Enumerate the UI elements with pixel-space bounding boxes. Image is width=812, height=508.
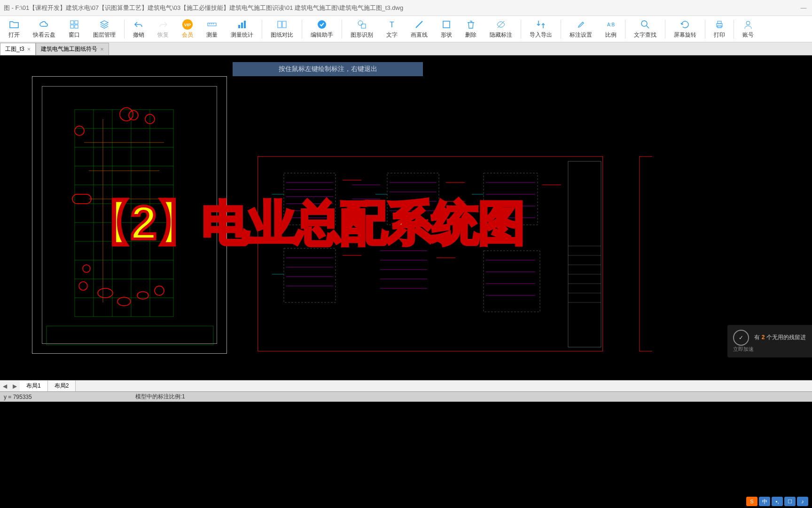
toolbar-label: 文字查找: [634, 31, 656, 39]
print-icon: [714, 19, 725, 30]
find-text-button[interactable]: 文字查找: [627, 16, 663, 42]
svg-rect-59: [47, 326, 213, 345]
tab-label: 建筑电气施工图纸符号: [41, 45, 97, 53]
svg-text:VIP: VIP: [184, 23, 191, 27]
vip-button[interactable]: VIP会员: [175, 16, 200, 42]
svg-line-24: [647, 26, 649, 28]
ime-sound[interactable]: ♪: [797, 497, 808, 506]
shape-button[interactable]: 形状: [434, 16, 459, 42]
scale-readout: 模型中的标注比例:1: [135, 393, 185, 401]
text-icon: T: [386, 19, 398, 30]
layout-tab-1[interactable]: 布局1: [20, 381, 48, 391]
status-bar: y = 795335 模型中的标注比例:1 S 中 •, ☐ ♪: [0, 391, 812, 402]
svg-point-46: [129, 111, 138, 120]
layers-button[interactable]: 图层管理: [86, 16, 122, 42]
toolbar-label: 打印: [714, 31, 725, 39]
windows-button[interactable]: 窗口: [62, 16, 86, 42]
toolbar-label: 账号: [742, 31, 754, 39]
ruler-icon: [206, 19, 218, 30]
toolbar-label: 标注设置: [570, 31, 592, 39]
toolbar-label: 屏幕旋转: [674, 31, 696, 39]
ime-toolbar[interactable]: S 中 •, ☐ ♪: [746, 497, 808, 506]
shape-detect-icon: [356, 19, 367, 30]
ime-lang[interactable]: 中: [759, 497, 770, 506]
toolbar-label: 恢复: [157, 31, 169, 39]
tab-nav-left[interactable]: ◀: [0, 383, 10, 389]
anno-settings-icon: [575, 19, 586, 30]
svg-text:T: T: [390, 21, 394, 29]
scale-icon: A:B: [605, 19, 617, 30]
toolbar-label: 画直线: [411, 31, 428, 39]
hint-tooltip: 按住鼠标左键绘制标注，右键退出: [233, 62, 423, 76]
compare-icon: [276, 19, 288, 30]
rotate-button[interactable]: 屏幕旋转: [667, 16, 703, 42]
svg-rect-3: [75, 25, 78, 28]
cloud-button[interactable]: 快看云盘: [26, 16, 62, 42]
hide-anno-button[interactable]: 隐藏标注: [483, 16, 519, 42]
svg-rect-26: [718, 21, 721, 24]
tab-nav-right[interactable]: ▶: [10, 383, 20, 389]
toolbar-label: 比例: [605, 31, 617, 39]
edit-assist-button[interactable]: 编辑助手: [304, 16, 340, 42]
print-button[interactable]: 打印: [707, 16, 732, 42]
toolbar-label: 测量统计: [231, 31, 253, 39]
document-tabs: 工图_t3 × 建筑电气施工图纸符号 ×: [0, 42, 812, 56]
tab-active[interactable]: 工图_t3 ×: [0, 43, 36, 55]
minimize-button[interactable]: —: [799, 4, 808, 11]
drawing-canvas[interactable]: 按住鼠标左键绘制标注，右键退出: [0, 56, 812, 380]
drawing-frame-edge[interactable]: [639, 156, 652, 351]
ime-shape[interactable]: ☐: [784, 497, 796, 506]
title-bar: 图 - F:\01【课程开发】建筑水电\07【识图算量工艺】建筑电气\03【施工…: [0, 0, 812, 16]
ruler-button[interactable]: 测量: [200, 16, 224, 42]
import-export-button[interactable]: 导入导出: [523, 16, 559, 42]
toolbar-label: 导入导出: [530, 31, 552, 39]
edit-assist-icon: [316, 19, 328, 30]
folder-icon: [8, 19, 20, 30]
account-button[interactable]: 账号: [736, 16, 760, 42]
compare-button[interactable]: 图纸对比: [264, 16, 300, 42]
anno-settings-button[interactable]: 标注设置: [563, 16, 599, 42]
shape-detect-button[interactable]: 图形识别: [344, 16, 380, 42]
undo-button[interactable]: 撤销: [126, 16, 151, 42]
cloud-icon: [39, 19, 50, 30]
svg-rect-10: [238, 25, 240, 28]
svg-rect-20: [443, 21, 450, 28]
svg-point-23: [641, 21, 647, 26]
stats-button[interactable]: 测量统计: [224, 16, 260, 42]
scale-button[interactable]: A:B比例: [599, 16, 623, 42]
toolbar-label: 形状: [441, 31, 452, 39]
text-button[interactable]: T文字: [380, 16, 404, 42]
svg-rect-6: [208, 23, 216, 26]
tab-inactive[interactable]: 建筑电气施工图纸符号 ×: [36, 43, 109, 55]
close-icon[interactable]: ×: [100, 46, 104, 53]
line-button[interactable]: 画直线: [404, 16, 434, 42]
svg-point-28: [746, 21, 750, 25]
close-icon[interactable]: ×: [27, 46, 31, 53]
svg-rect-2: [70, 25, 74, 28]
toolbar-label: 图纸对比: [271, 31, 293, 39]
svg-line-21: [498, 21, 504, 28]
hide-anno-icon: [495, 19, 507, 30]
import-export-icon: [535, 19, 547, 30]
toolbar-label: 窗口: [69, 31, 80, 39]
find-text-icon: [640, 19, 651, 30]
overlay-title: 【2】电业总配系统图: [85, 192, 524, 255]
folder-button[interactable]: 打开: [2, 16, 26, 42]
toolbar-label: 删除: [465, 31, 476, 39]
delete-icon: [465, 19, 476, 30]
delete-button[interactable]: 删除: [459, 16, 483, 42]
ime-punct[interactable]: •,: [772, 497, 783, 506]
toolbar-label: 隐藏标注: [490, 31, 512, 39]
ime-icon[interactable]: S: [746, 497, 757, 506]
toolbar-label: 编辑助手: [311, 31, 333, 39]
account-icon: [742, 19, 754, 30]
svg-point-52: [83, 265, 90, 272]
layout-tab-2[interactable]: 布局2: [48, 381, 76, 391]
svg-rect-1: [75, 21, 78, 24]
system-notification[interactable]: ✓ 有 2 个无用的残留进 立即加速: [727, 325, 812, 357]
main-toolbar: 打开快看云盘窗口图层管理撤销恢复VIP会员测量测量统计图纸对比编辑助手图形识别T…: [0, 16, 812, 42]
line-icon: [414, 19, 425, 30]
svg-rect-0: [70, 21, 74, 24]
redo-button[interactable]: 恢复: [151, 16, 175, 42]
rotate-icon: [679, 19, 691, 30]
